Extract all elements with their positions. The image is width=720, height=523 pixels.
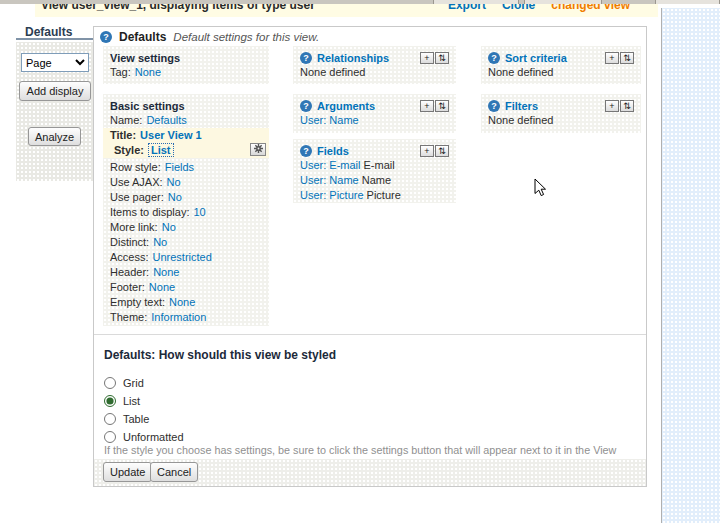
add-display-button[interactable]: Add display	[19, 81, 91, 101]
arguments-title-link[interactable]: Arguments	[317, 100, 375, 112]
argument-link[interactable]: User: Name	[300, 114, 359, 126]
use-ajax-link[interactable]: No	[167, 176, 181, 188]
field-link[interactable]: User: Name	[300, 174, 359, 186]
title-link[interactable]: User View 1	[140, 129, 202, 141]
fields-panel: ? Fields +⇅ User: E-mailE-mail User: Nam…	[293, 139, 456, 203]
setting-row: Access:Unrestricted	[110, 250, 262, 265]
unformatted-radio[interactable]	[104, 431, 116, 443]
tab-defaults[interactable]: Defaults	[16, 24, 93, 40]
setting-row: Tag:None	[110, 65, 262, 80]
grid-radio[interactable]	[104, 377, 116, 389]
help-icon[interactable]: ?	[488, 100, 500, 112]
help-icon[interactable]: ?	[300, 52, 312, 64]
style-options: Grid List Table Unformatted	[104, 374, 184, 446]
style-settings-gear-icon[interactable]	[250, 143, 266, 156]
help-icon[interactable]: ?	[488, 52, 500, 64]
field-label: E-mail	[364, 159, 395, 171]
defaults-header-subtitle: Default settings for this view.	[173, 31, 319, 43]
style-link[interactable]: List	[148, 143, 174, 157]
view-title: View user_view_1, displaying items of ty…	[41, 4, 315, 12]
radio-label: Unformatted	[123, 431, 184, 443]
style-option-list[interactable]: List	[104, 392, 184, 410]
setting-label: Tag:	[110, 66, 131, 78]
theme-link[interactable]: Information	[151, 311, 206, 323]
basic-settings-title: Basic settings	[110, 100, 185, 112]
view-settings-panel: View settings Tag:None	[103, 46, 269, 84]
setting-row: Use pager:No	[110, 190, 262, 205]
add-icon[interactable]: +	[605, 52, 619, 64]
field-row: User: NameName	[300, 173, 449, 188]
header-link[interactable]: None	[153, 266, 179, 278]
page-background-strip	[661, 8, 720, 523]
empty-text-link[interactable]: None	[169, 296, 195, 308]
use-pager-link[interactable]: No	[168, 191, 182, 203]
field-link[interactable]: User: Picture	[300, 189, 364, 201]
setting-label: Distinct:	[110, 236, 149, 248]
field-link[interactable]: User: E-mail	[300, 159, 361, 171]
items-to-display-link[interactable]: 10	[193, 206, 205, 218]
display-type-select[interactable]: Page	[21, 53, 89, 72]
add-icon[interactable]: +	[605, 100, 619, 112]
sort-criteria-title-link[interactable]: Sort criteria	[505, 52, 567, 64]
export-link[interactable]: Export	[448, 4, 486, 12]
radio-label: List	[123, 395, 140, 407]
setting-label: Items to display:	[110, 206, 189, 218]
distinct-link[interactable]: No	[153, 236, 167, 248]
cancel-button[interactable]: Cancel	[150, 462, 198, 482]
footer-link[interactable]: None	[149, 281, 175, 293]
setting-row: Items to display:10	[110, 205, 262, 220]
setting-row: Header:None	[110, 265, 262, 280]
setting-row: Use AJAX:No	[110, 175, 262, 190]
setting-label: Style:	[114, 144, 144, 156]
table-radio[interactable]	[104, 413, 116, 425]
name-link[interactable]: Defaults	[146, 114, 186, 126]
clone-link[interactable]: Clone	[502, 4, 535, 12]
setting-row: Theme:Information	[110, 310, 262, 325]
relationships-panel: ? Relationships +⇅ None defined	[293, 46, 456, 84]
relationships-title-link[interactable]: Relationships	[317, 52, 389, 64]
setting-label: Footer:	[110, 281, 145, 293]
setting-row: Row style:Fields	[110, 160, 262, 175]
rearrange-icon[interactable]: ⇅	[435, 52, 449, 64]
list-radio[interactable]	[104, 395, 116, 407]
sort-criteria-panel: ? Sort criteria +⇅ None defined	[481, 46, 641, 84]
rearrange-icon[interactable]: ⇅	[435, 145, 449, 157]
setting-label: Row style:	[110, 161, 161, 173]
radio-label: Grid	[123, 377, 144, 389]
rearrange-icon[interactable]: ⇅	[620, 52, 634, 64]
tag-link[interactable]: None	[135, 66, 161, 78]
changed-view-link[interactable]: changed view	[551, 4, 630, 12]
access-link[interactable]: Unrestricted	[153, 251, 212, 263]
help-icon[interactable]: ?	[300, 100, 312, 112]
row-style-link[interactable]: Fields	[165, 161, 194, 173]
setting-label: Theme:	[110, 311, 147, 323]
style-option-table[interactable]: Table	[104, 410, 184, 428]
add-icon[interactable]: +	[420, 52, 434, 64]
setting-label: Empty text:	[110, 296, 165, 308]
field-label: Picture	[367, 189, 401, 201]
setting-label: Use AJAX:	[110, 176, 163, 188]
update-button[interactable]: Update	[103, 462, 152, 482]
view-settings-title: View settings	[110, 52, 180, 64]
help-icon[interactable]: ?	[100, 31, 112, 43]
setting-row: Empty text:None	[110, 295, 262, 310]
rearrange-icon[interactable]: ⇅	[435, 100, 449, 112]
rearrange-icon[interactable]: ⇅	[620, 100, 634, 112]
defaults-header: ? Defaults Default settings for this vie…	[100, 30, 319, 44]
fields-title-link[interactable]: Fields	[317, 145, 349, 157]
view-message-bar: View user_view_1, displaying items of ty…	[35, 4, 658, 17]
add-icon[interactable]: +	[420, 100, 434, 112]
setting-label: Use pager:	[110, 191, 164, 203]
add-icon[interactable]: +	[420, 145, 434, 157]
analyze-button[interactable]: Analyze	[28, 127, 81, 146]
browser-tab	[655, 0, 720, 4]
filters-title-link[interactable]: Filters	[505, 100, 538, 112]
setting-label: Header:	[110, 266, 149, 278]
form-actions: Update Cancel	[94, 459, 646, 486]
more-link-link[interactable]: No	[162, 221, 176, 233]
argument-row: User: Name	[300, 113, 449, 128]
help-icon[interactable]: ?	[300, 145, 312, 157]
style-option-grid[interactable]: Grid	[104, 374, 184, 392]
setting-label: Access:	[110, 251, 149, 263]
setting-row-title: Title:User View 1	[103, 128, 269, 143]
